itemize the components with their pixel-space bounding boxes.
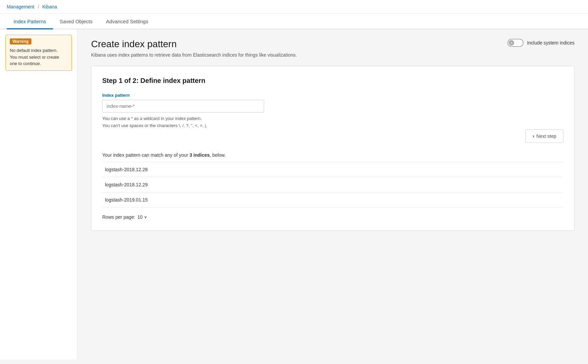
- next-step-row: › Next step: [102, 129, 563, 143]
- index-pattern-input[interactable]: [102, 100, 264, 113]
- indices-table: logstash-2018.12.28 logstash-2018.12.29 …: [102, 162, 563, 208]
- toggle-thumb: ✕: [509, 40, 514, 46]
- sidebar: Warning No default index pattern. You mu…: [0, 29, 78, 360]
- rows-per-page-dropdown[interactable]: 10 ∨: [137, 214, 147, 220]
- table-row: logstash-2019.01.15: [102, 192, 563, 207]
- warning-box: Warning No default index pattern. You mu…: [5, 35, 72, 71]
- main-content: Create index pattern Kibana uses index p…: [78, 29, 588, 360]
- field-hint: You can use a * as a wildcard in your in…: [102, 115, 563, 129]
- page-header-left: Create index pattern Kibana uses index p…: [91, 39, 297, 58]
- main-layout: Warning No default index pattern. You mu…: [0, 29, 588, 360]
- next-step-label: Next step: [536, 133, 556, 139]
- page-title: Create index pattern: [91, 39, 297, 50]
- warning-line2: You must select or create one to continu…: [10, 54, 67, 67]
- rows-per-page-value: 10: [137, 214, 143, 220]
- hint-line2: You can't use spaces or the characters \…: [102, 122, 563, 129]
- indices-text-suffix: , below.: [210, 152, 226, 158]
- page-description: Kibana uses index patterns to retrieve d…: [91, 52, 297, 58]
- nav-saved-objects[interactable]: Saved Objects: [53, 14, 100, 29]
- rows-per-page-label: Rows per page:: [102, 214, 135, 220]
- nav-index-patterns[interactable]: Index Patterns: [7, 14, 53, 29]
- include-system-indices-toggle[interactable]: ✕: [507, 39, 524, 47]
- page-header: Create index pattern Kibana uses index p…: [91, 39, 575, 58]
- indices-text-prefix: Your index pattern can match any of your: [102, 152, 190, 158]
- index-pattern-field: Index pattern You can use a * as a wildc…: [102, 93, 563, 129]
- warning-text: No default index pattern. You must selec…: [10, 47, 67, 67]
- toggle-label: Include system indices: [527, 40, 575, 46]
- warning-badge: Warning: [10, 38, 31, 44]
- chevron-down-icon: ∨: [144, 215, 147, 219]
- indices-tbody: logstash-2018.12.28 logstash-2018.12.29 …: [102, 162, 563, 207]
- breadcrumb-separator: /: [38, 4, 39, 9]
- table-row: logstash-2018.12.28: [102, 162, 563, 177]
- table-row: logstash-2018.12.29: [102, 177, 563, 192]
- indices-count: 3 indices: [190, 152, 210, 158]
- arrow-right-icon: ›: [533, 133, 534, 139]
- x-icon: ✕: [510, 41, 513, 45]
- breadcrumb: Management / Kibana: [0, 0, 588, 14]
- nav-advanced-settings[interactable]: Advanced Settings: [99, 14, 155, 29]
- hint-line1: You can use a * as a wildcard in your in…: [102, 115, 563, 122]
- breadcrumb-management[interactable]: Management: [7, 4, 34, 9]
- next-step-button[interactable]: › Next step: [526, 129, 563, 143]
- field-label: Index pattern: [102, 93, 563, 98]
- warning-line1: No default index pattern.: [10, 47, 67, 54]
- top-nav: Index Patterns Saved Objects Advanced Se…: [0, 14, 588, 29]
- index-name-cell: logstash-2019.01.15: [102, 192, 563, 207]
- breadcrumb-kibana[interactable]: Kibana: [42, 4, 57, 9]
- index-name-cell: logstash-2018.12.29: [102, 177, 563, 192]
- toggle-container: ✕ Include system indices: [507, 39, 575, 47]
- index-name-cell: logstash-2018.12.28: [102, 162, 563, 177]
- create-index-card: Step 1 of 2: Define index pattern Index …: [91, 66, 575, 231]
- indices-header: Your index pattern can match any of your…: [102, 152, 563, 158]
- rows-per-page-section: Rows per page: 10 ∨: [102, 214, 563, 220]
- step-title: Step 1 of 2: Define index pattern: [102, 77, 563, 85]
